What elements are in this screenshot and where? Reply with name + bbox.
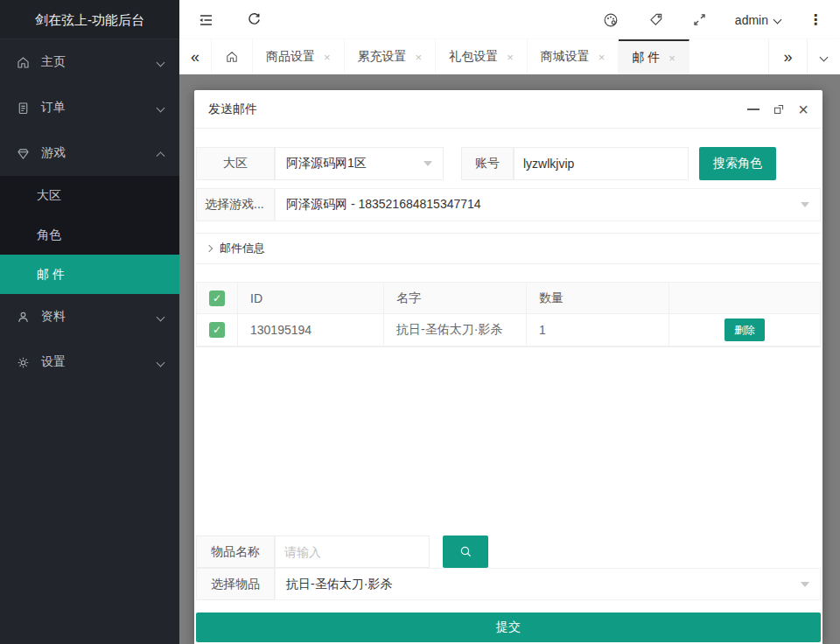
region-label: 大区 [196,147,275,180]
chevron-down-icon [157,358,165,367]
tag-icon[interactable] [648,11,664,28]
dropdown-arrow-icon [801,582,809,587]
select-game-value: 阿泽源码网 - 183521684815347714 [286,197,481,213]
chevron-right-icon [206,245,213,252]
theme-palette-icon[interactable] [602,11,620,29]
item-name-row: 物品名称 [196,536,821,568]
select-item-value: 抗日-圣佑太刀·影杀 [286,577,392,592]
close-icon[interactable]: × [324,51,331,64]
chevron-down-icon [774,16,782,24]
column-header-name: 名字 [384,283,527,313]
search-icon [458,544,473,559]
dropdown-arrow-icon [801,202,809,207]
account-input[interactable] [514,147,689,180]
row-checkbox[interactable]: ✓ [209,322,225,338]
table-row: ✓ 130195194 抗日-圣佑太刀·影杀 1 删除 [197,314,820,346]
sidebar: 剑在弦上-功能后台 主页 订单 游戏 大区 角色 邮 件 资料 [0,0,179,644]
sidebar-item-orders[interactable]: 订单 [0,85,179,130]
item-search-button[interactable] [443,536,488,568]
user-menu[interactable]: admin [735,13,780,27]
sidebar-item-game[interactable]: 游戏 [0,130,179,176]
mail-info-section-header[interactable]: 邮件信息 [196,233,821,264]
game-icon [16,146,31,161]
sidebar-item-label: 资料 [41,309,66,325]
order-icon [16,101,31,116]
items-table: ✓ ID 名字 数量 ✓ 130195194 抗日-圣佑太刀·影杀 1 删除 [196,282,821,347]
region-select[interactable]: 阿泽源码网1区 [275,147,444,180]
dropdown-arrow-icon [424,161,432,166]
tab-label: 累充设置 [358,49,407,65]
chevron-down-icon [157,312,165,321]
search-role-row: 大区 阿泽源码网1区 账号 搜索角色 [196,147,821,180]
fullscreen-icon[interactable] [692,12,707,27]
dialog-title: 发送邮件 [208,102,257,117]
sidebar-item-home[interactable]: 主页 [0,39,179,85]
close-icon[interactable]: × [668,52,676,65]
chevron-down-icon [820,52,829,61]
select-item-label: 选择物品 [196,568,275,600]
close-icon[interactable]: × [798,101,808,118]
delete-button[interactable]: 删除 [724,318,765,341]
tabbar-spacer [690,39,768,74]
select-game-row: 选择游戏... 阿泽源码网 - 183521684815347714 [196,188,821,221]
sidebar-subitem-mail[interactable]: 邮 件 [0,255,179,294]
search-role-button[interactable]: 搜索角色 [699,147,776,180]
dialog-header: 发送邮件 × [194,90,822,129]
topbar: admin ⋮ [179,0,840,39]
cell-name: 抗日-圣佑太刀·影杀 [384,314,527,346]
sidebar-toggle-icon[interactable] [197,11,214,29]
tab-recharge-settings[interactable]: 累充设置 × [345,39,437,74]
chevron-up-icon [157,151,165,160]
tab-giftpack-settings[interactable]: 礼包设置 × [436,39,528,74]
content-backdrop: 发送邮件 × 大区 阿泽源码网1区 账号 搜索角色 选择游戏... [179,74,840,644]
column-header-qty: 数量 [527,283,669,313]
tab-goods-settings[interactable]: 商品设置 × [253,39,345,74]
mail-info-title: 邮件信息 [220,241,265,256]
submit-button[interactable]: 提交 [196,612,821,642]
sidebar-item-label: 订单 [41,100,66,116]
maximize-icon[interactable] [773,103,785,116]
select-game-select[interactable]: 阿泽源码网 - 183521684815347714 [275,188,821,221]
minimize-icon[interactable] [747,108,760,110]
home-icon [225,50,239,64]
select-all-checkbox[interactable]: ✓ [209,290,225,306]
sidebar-item-profile[interactable]: 资料 [0,294,179,340]
tab-mall-settings[interactable]: 商城设置 × [528,39,620,74]
close-icon[interactable]: × [507,51,514,64]
select-item-select[interactable]: 抗日-圣佑太刀·影杀 [275,568,821,600]
profile-icon [16,310,31,325]
sidebar-subitem-role[interactable]: 角色 [0,215,179,255]
tabs-dropdown[interactable] [807,39,840,74]
tabbar: « 商品设置 × 累充设置 × 礼包设置 × 商城设置 × 邮 件 × » [179,39,840,74]
cell-id: 130195194 [238,314,384,346]
sidebar-item-label: 设置 [41,354,66,370]
refresh-icon[interactable] [246,11,262,28]
sidebar-item-settings[interactable]: 设置 [0,340,179,385]
more-menu-icon[interactable]: ⋮ [808,11,822,28]
home-tab[interactable] [211,39,253,74]
tab-label: 商品设置 [266,49,315,65]
region-select-value: 阿泽源码网1区 [286,156,367,172]
item-name-input[interactable] [275,536,430,568]
send-mail-dialog: 发送邮件 × 大区 阿泽源码网1区 账号 搜索角色 选择游戏... [194,90,822,644]
close-icon[interactable]: × [598,51,606,64]
select-item-row: 选择物品 抗日-圣佑太刀·影杀 [196,568,821,600]
close-icon[interactable]: × [416,51,423,64]
sidebar-item-label: 游戏 [41,145,66,161]
sidebar-subitem-region[interactable]: 大区 [0,176,179,215]
tabs-scroll-right[interactable]: » [768,39,807,74]
sidebar-item-label: 主页 [41,54,66,70]
select-game-label: 选择游戏... [196,188,275,221]
tab-label: 礼包设置 [449,49,498,65]
tab-mail[interactable]: 邮 件 × [619,39,689,74]
account-label: 账号 [461,147,514,180]
tabs-scroll-left[interactable]: « [179,39,211,74]
item-name-label: 物品名称 [196,536,275,568]
chevron-down-icon [157,58,165,66]
home-icon [16,55,31,70]
cell-qty: 1 [527,314,669,346]
chevron-down-icon [157,103,165,112]
tab-label: 商城设置 [541,49,590,65]
gear-icon [16,355,31,370]
column-header-id: ID [238,283,384,313]
